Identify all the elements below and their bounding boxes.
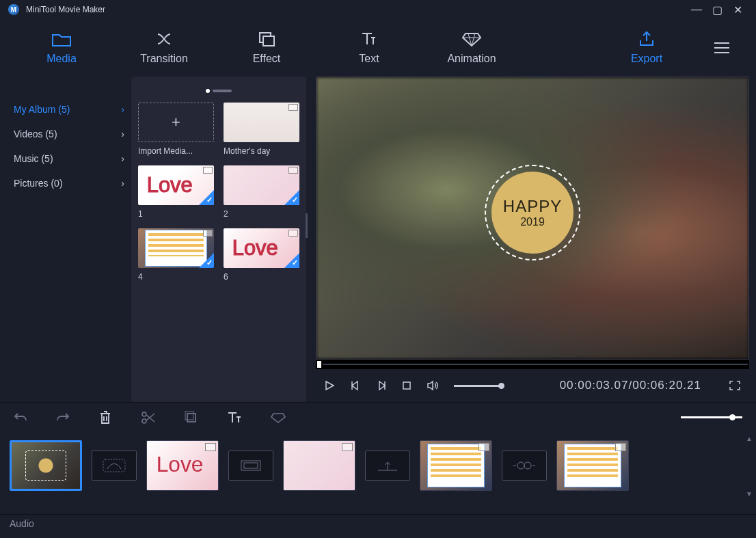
sidebar-item-label: My Album (5) <box>14 104 70 115</box>
transition-slot-2[interactable] <box>228 450 273 481</box>
play-button[interactable] <box>324 380 335 391</box>
timeline-scroll-up[interactable]: ▲ <box>745 435 753 442</box>
time-display: 00:00:03.07/00:06:20.21 <box>560 379 701 392</box>
preview-text-line2: 2019 <box>520 216 545 228</box>
svg-rect-7 <box>187 414 195 422</box>
sidebar-item-music[interactable]: Music (5) › <box>14 146 124 171</box>
split-button[interactable] <box>141 411 156 425</box>
media-page-indicator[interactable] <box>138 89 299 93</box>
plus-icon: + <box>138 103 214 142</box>
hamburger-menu-button[interactable] <box>701 41 742 55</box>
svg-rect-4 <box>403 382 410 389</box>
timeline-clip-3[interactable] <box>283 440 355 491</box>
media-item-4[interactable]: 4 <box>138 228 214 282</box>
seek-bar[interactable] <box>316 360 749 369</box>
tab-media-label: Media <box>46 53 77 65</box>
media-item-mothers-day[interactable]: Mother's day <box>224 103 299 156</box>
preview-text-frame[interactable]: HAPPY 2019 <box>485 165 580 260</box>
transition-slot-3[interactable] <box>365 450 410 481</box>
stop-button[interactable] <box>402 381 411 390</box>
chevron-right-icon: › <box>121 104 124 115</box>
undo-button[interactable] <box>14 412 27 424</box>
media-item-label: Mother's day <box>224 146 299 156</box>
prev-frame-icon <box>350 380 361 391</box>
svg-text:Love: Love <box>157 452 204 476</box>
svg-point-13 <box>517 462 524 469</box>
sidebar-item-videos[interactable]: Videos (5) › <box>14 122 124 146</box>
volume-slider[interactable] <box>454 385 502 387</box>
media-item-label: 1 <box>138 209 214 219</box>
tab-text[interactable]: Text <box>321 31 417 65</box>
play-icon <box>324 380 335 391</box>
sidebar-item-pictures[interactable]: Pictures (0) › <box>14 171 124 196</box>
seek-handle[interactable] <box>317 361 321 368</box>
next-frame-icon <box>376 380 387 391</box>
crop-icon <box>185 411 198 425</box>
animation-edit-button[interactable] <box>271 412 286 424</box>
hamburger-icon <box>713 41 731 55</box>
transition-slot-4[interactable] <box>502 450 547 481</box>
timeline-scroll-down[interactable]: ▼ <box>745 490 753 498</box>
svg-point-14 <box>524 462 531 469</box>
prev-frame-button[interactable] <box>350 380 361 391</box>
timeline-zoom-slider[interactable] <box>681 416 742 418</box>
export-button[interactable]: Export <box>599 31 694 65</box>
chevron-right-icon: › <box>121 178 124 189</box>
media-item-1[interactable]: Love 1 <box>138 165 214 219</box>
speaker-icon <box>427 380 439 391</box>
tab-text-label: Text <box>359 53 379 65</box>
tab-animation[interactable]: Animation <box>424 31 519 65</box>
import-media-button[interactable]: + Import Media... <box>138 103 214 156</box>
undo-icon <box>14 412 27 424</box>
svg-text:Love: Love <box>232 236 278 260</box>
sidebar-item-my-album[interactable]: My Album (5) › <box>14 97 124 122</box>
timeline-clip-4[interactable] <box>420 440 492 491</box>
media-item-2[interactable]: 2 <box>224 165 299 219</box>
tab-animation-label: Animation <box>447 53 496 65</box>
tab-transition-label: Transition <box>140 53 188 65</box>
redo-button[interactable] <box>56 412 70 424</box>
window-close-button[interactable]: ✕ <box>727 3 748 16</box>
tab-media[interactable]: Media <box>14 31 109 65</box>
stop-icon <box>402 381 411 390</box>
title-bar: M MiniTool Movie Maker — ▢ ✕ <box>0 0 756 19</box>
chevron-right-icon: › <box>121 129 124 139</box>
preview-text-line1: HAPPY <box>503 197 562 216</box>
svg-rect-8 <box>185 412 193 420</box>
timeline-clip-1[interactable] <box>10 440 82 491</box>
media-item-6[interactable]: Love 6 <box>224 228 299 282</box>
folder-icon <box>51 31 72 47</box>
preview-stage[interactable]: HAPPY 2019 <box>316 77 749 360</box>
playback-controls: 00:00:03.07/00:06:20.21 <box>316 369 749 402</box>
fullscreen-icon <box>729 380 741 391</box>
timeline-clip-2[interactable]: Love <box>146 440 219 491</box>
redo-icon <box>56 412 70 424</box>
preview-panel: HAPPY 2019 00:00:03.07/00:06:20.21 <box>316 77 749 402</box>
panel-resize-handle[interactable] <box>306 213 308 238</box>
tab-transition[interactable]: Transition <box>116 31 212 65</box>
window-minimize-button[interactable]: — <box>686 3 707 16</box>
video-track[interactable]: Love <box>10 436 746 495</box>
next-frame-button[interactable] <box>376 380 387 391</box>
media-item-label: 2 <box>224 209 299 219</box>
timeline-clip-5[interactable] <box>556 440 629 491</box>
transition-icon <box>154 31 174 47</box>
crop-button[interactable] <box>185 411 198 425</box>
text-icon <box>360 31 378 47</box>
tab-effect[interactable]: Effect <box>219 31 314 65</box>
media-item-label: 4 <box>138 272 214 282</box>
edit-toolbar <box>0 402 756 432</box>
svg-point-6 <box>142 419 146 423</box>
text-edit-icon <box>227 411 242 425</box>
diamond-small-icon <box>271 412 286 424</box>
transition-slot-1[interactable] <box>92 450 137 481</box>
fullscreen-button[interactable] <box>729 380 741 391</box>
trash-icon <box>98 410 112 425</box>
delete-button[interactable] <box>98 410 112 425</box>
volume-button[interactable] <box>427 380 439 391</box>
window-maximize-button[interactable]: ▢ <box>707 3 727 16</box>
media-panel: + Import Media... Mother's day Love 1 2 … <box>131 77 306 402</box>
text-edit-button[interactable] <box>227 411 242 425</box>
scissors-icon <box>141 411 156 425</box>
export-label: Export <box>631 53 662 65</box>
